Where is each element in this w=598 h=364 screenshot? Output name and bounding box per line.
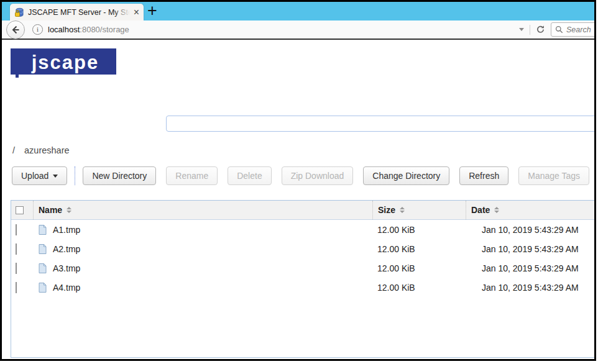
chevron-down-icon[interactable] [519, 28, 524, 31]
new-tab-button[interactable]: + [144, 2, 161, 20]
storage-page: jscape / azureshare Upload New Directory… [2, 40, 594, 359]
url-path: :8080/storage [80, 25, 129, 34]
name-header-label: Name [39, 205, 62, 215]
search-placeholder: Search [566, 25, 591, 34]
logo-text: jscape [31, 52, 99, 73]
document-icon [39, 283, 47, 293]
file-name-cell: A4.tmp [34, 283, 372, 293]
file-size-cell: 12.00 KiB [372, 283, 466, 293]
file-row[interactable]: A4.tmp 12.00 KiB Jan 10, 2019 5:43:29 AM [11, 278, 594, 297]
browser-tab-bar: JSCAPE MFT Server - My Sto × + [2, 2, 594, 20]
browser-url-bar: i localhost:8080/storage Search [2, 20, 594, 40]
new-directory-button[interactable]: New Directory [83, 166, 156, 185]
browser-search-input[interactable]: Search [551, 22, 596, 37]
file-row[interactable]: A3.tmp 12.00 KiB Jan 10, 2019 5:43:29 AM [11, 258, 594, 278]
row-checkbox[interactable] [16, 263, 17, 274]
caret-down-icon [53, 175, 58, 178]
address-field[interactable]: localhost:8080/storage [48, 25, 129, 34]
select-all-checkbox[interactable] [16, 206, 24, 214]
document-icon [39, 263, 47, 273]
rename-button: Rename [166, 166, 218, 185]
date-column-header[interactable]: Date [466, 201, 594, 219]
file-name: A1.tmp [53, 225, 80, 235]
delete-button: Delete [228, 166, 271, 185]
file-date-cell: Jan 10, 2019 5:43:29 AM [466, 225, 594, 235]
change-directory-button[interactable]: Change Directory [363, 166, 449, 185]
url-host: localhost [48, 25, 80, 34]
close-icon[interactable]: × [134, 7, 139, 17]
breadcrumb: / azureshare [12, 145, 594, 157]
name-column-header[interactable]: Name [34, 201, 372, 219]
file-name: A2.tmp [53, 244, 80, 254]
upload-label: Upload [21, 171, 48, 181]
toolbar-divider [530, 25, 530, 35]
file-date-cell: Jan 10, 2019 5:43:29 AM [466, 244, 594, 254]
zip-download-button: Zip Download [282, 166, 354, 185]
file-date-cell: Jan 10, 2019 5:43:29 AM [466, 263, 594, 273]
back-button[interactable] [6, 20, 25, 39]
document-icon [39, 225, 47, 235]
file-size-cell: 12.00 KiB [372, 225, 466, 235]
jscape-logo: jscape [11, 48, 116, 78]
file-table: Name Size Date [11, 200, 594, 358]
row-checkbox[interactable] [16, 282, 17, 293]
file-name-cell: A1.tmp [34, 225, 372, 235]
size-header-label: Size [378, 205, 395, 215]
sort-arrows-icon [494, 207, 499, 213]
document-icon [39, 244, 47, 254]
action-toolbar: Upload New Directory Rename Delete Zip D… [12, 166, 594, 185]
sort-arrows-icon [67, 207, 71, 213]
refresh-button[interactable]: Refresh [459, 166, 508, 185]
file-size-cell: 12.00 KiB [372, 263, 466, 273]
table-header-row: Name Size Date [11, 201, 594, 220]
reload-button[interactable] [536, 25, 545, 34]
file-date-cell: Jan 10, 2019 5:43:29 AM [466, 283, 594, 293]
file-row[interactable]: A2.tmp 12.00 KiB Jan 10, 2019 5:43:29 AM [11, 239, 594, 258]
file-size-cell: 12.00 KiB [372, 244, 466, 254]
screenshot-frame: JSCAPE MFT Server - My Sto × + i localho… [0, 0, 596, 361]
file-name-cell: A2.tmp [34, 244, 372, 254]
row-checkbox[interactable] [16, 224, 17, 235]
breadcrumb-root[interactable]: / [12, 145, 15, 157]
info-icon[interactable]: i [32, 24, 43, 35]
file-row[interactable]: A1.tmp 12.00 KiB Jan 10, 2019 5:43:29 AM [11, 220, 594, 239]
file-name: A3.tmp [53, 263, 80, 273]
search-icon [555, 25, 563, 34]
storage-filter-input[interactable] [166, 116, 594, 132]
upload-button[interactable]: Upload [12, 166, 67, 185]
tab-title: JSCAPE MFT Server - My Sto [28, 8, 130, 17]
back-arrow-icon [11, 25, 21, 35]
date-header-label: Date [471, 205, 490, 215]
header-checkbox-cell [11, 201, 34, 219]
file-name: A4.tmp [53, 283, 80, 293]
database-lock-favicon-icon [14, 7, 24, 17]
reload-icon [536, 25, 545, 34]
sort-arrows-icon [400, 207, 405, 213]
browser-tab[interactable]: JSCAPE MFT Server - My Sto × [10, 4, 144, 20]
file-name-cell: A3.tmp [34, 263, 372, 273]
toolbar-separator [75, 166, 75, 185]
size-column-header[interactable]: Size [372, 201, 466, 219]
manage-tags-button: Manage Tags [518, 166, 589, 185]
breadcrumb-folder[interactable]: azureshare [24, 145, 70, 157]
row-checkbox[interactable] [16, 243, 17, 255]
